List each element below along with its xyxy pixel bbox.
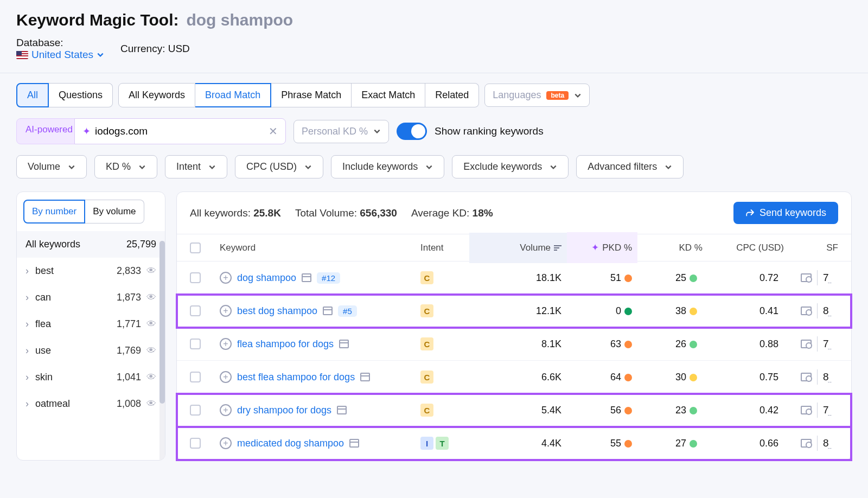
all-keywords-row[interactable]: All keywords 25,799 [17,231,165,258]
cell-kd: 38 [637,305,703,317]
row-checkbox[interactable] [190,339,201,349]
row-checkbox[interactable] [190,372,201,382]
keyword-link[interactable]: medicated dog shampoo [237,438,344,449]
serpfeat-icon[interactable] [801,273,812,282]
cell-cpc: 0.75 [703,372,784,383]
sidebar-group-oatmeal[interactable]: ›oatmeal1,008👁 [17,391,165,417]
languages-dropdown[interactable]: Languages beta [484,84,590,107]
th-intent[interactable]: Intent [420,242,469,253]
allkw-stat-label: All keywords: [190,207,253,219]
tab-related[interactable]: Related [425,83,479,107]
keyword-link[interactable]: dry shampoo for dogs [237,405,331,416]
cell-kd: 26 [637,339,703,350]
cell-pkd: 56 [567,405,637,416]
cell-volume: 4.4K [469,438,567,449]
table-row: + dry shampoo for dogs C 5.4K 56 23 0.42… [177,394,851,427]
add-icon[interactable]: + [220,371,232,383]
serpfeat-icon[interactable] [801,439,812,448]
filter-kd[interactable]: KD % [94,155,157,178]
serpfeat-icon[interactable] [801,340,812,348]
eye-icon[interactable]: 👁 [146,292,156,303]
eye-icon[interactable]: 👁 [146,265,156,277]
row-checkbox[interactable] [190,438,201,449]
row-checkbox[interactable] [190,305,201,316]
show-ranking-toggle[interactable] [397,123,427,140]
sidebar-group-skin[interactable]: ›skin1,041👁 [17,364,165,391]
tab-phrasematch[interactable]: Phrase Match [271,83,352,107]
cell-pkd: 63 [567,339,637,350]
personal-kd-dropdown[interactable]: Personal KD % [293,120,389,143]
tab-by-volume[interactable]: By volume [85,200,144,224]
th-sf[interactable]: SF [784,242,838,253]
sort-desc-icon [554,245,561,251]
th-volume[interactable]: Volume [469,233,567,263]
filter-volume[interactable]: Volume [16,155,87,178]
filter-include[interactable]: Include keywords [331,155,444,178]
filter-cpc[interactable]: CPC (USD) [235,155,323,178]
eye-icon[interactable]: 👁 [146,345,156,356]
serp-icon[interactable] [339,340,349,348]
add-icon[interactable]: + [220,404,232,416]
chevron-down-icon [208,163,216,171]
serp-icon[interactable] [323,307,333,315]
cell-pkd: 0 [567,305,637,317]
th-cpc[interactable]: CPC (USD) [703,242,784,253]
domain-input[interactable] [95,125,269,137]
keyword-link[interactable]: best dog shampoo [237,305,317,317]
filter-advanced[interactable]: Advanced filters [576,155,684,178]
eye-icon[interactable]: 👁 [146,398,156,410]
add-icon[interactable]: + [220,437,232,449]
serp-icon[interactable] [349,439,359,448]
tab-allkeywords[interactable]: All Keywords [118,83,195,107]
th-kd[interactable]: KD % [637,242,703,253]
sidebar-group-best[interactable]: ›best2,833👁 [17,258,165,284]
serp-icon[interactable] [337,406,347,414]
add-icon[interactable]: + [220,305,232,317]
chevron-right-icon: › [25,318,29,330]
difficulty-dot [624,407,632,414]
seg-all-questions: All Questions [16,83,113,107]
select-all-checkbox[interactable] [190,242,201,253]
th-keyword[interactable]: Keyword [220,242,420,253]
tab-all[interactable]: All [16,83,49,107]
serpfeat-icon[interactable] [801,406,812,414]
filter-intent[interactable]: Intent [165,155,227,178]
rank-badge: #12 [317,272,340,284]
clear-icon[interactable]: ✕ [269,125,278,138]
cell-kd: 23 [637,405,703,416]
tab-by-number[interactable]: By number [23,200,85,224]
difficulty-dot [690,374,697,381]
database-selector[interactable]: United States [16,49,104,61]
difficulty-dot [690,407,697,414]
tab-questions[interactable]: Questions [49,83,113,107]
serpfeat-icon[interactable] [801,373,812,381]
row-checkbox[interactable] [190,405,201,416]
keyword-link[interactable]: flea shampoo for dogs [237,339,334,350]
tab-broadmatch[interactable]: Broad Match [195,83,271,107]
th-pkd[interactable]: ✦PKD % [567,232,637,263]
serp-icon[interactable] [360,373,370,381]
add-icon[interactable]: + [220,272,232,284]
cell-pkd: 64 [567,372,637,383]
tab-exactmatch[interactable]: Exact Match [352,83,425,107]
sidebar-group-can[interactable]: ›can1,873👁 [17,284,165,311]
keyword-link[interactable]: best flea shampoo for dogs [237,372,355,383]
difficulty-dot [624,440,632,448]
languages-label: Languages [493,90,541,101]
eye-icon[interactable]: 👁 [146,372,156,383]
filter-exclude[interactable]: Exclude keywords [452,155,569,178]
serpfeat-icon[interactable] [801,307,812,315]
sidebar-group-use[interactable]: ›use1,769👁 [17,337,165,364]
group-count: 1,771 [117,318,141,330]
domain-input-wrap[interactable]: ✦ ✕ [74,118,286,144]
serp-icon[interactable] [302,273,311,282]
chevron-down-icon [574,92,582,99]
keyword-link[interactable]: dog shampoo [237,272,296,284]
add-icon[interactable]: + [220,338,232,350]
send-keywords-button[interactable]: Send keywords [733,202,838,224]
scrollbar[interactable] [159,241,165,460]
sidebar-group-flea[interactable]: ›flea1,771👁 [17,311,165,337]
row-checkbox[interactable] [190,272,201,283]
eye-icon[interactable]: 👁 [146,318,156,330]
chevron-right-icon: › [25,292,29,303]
